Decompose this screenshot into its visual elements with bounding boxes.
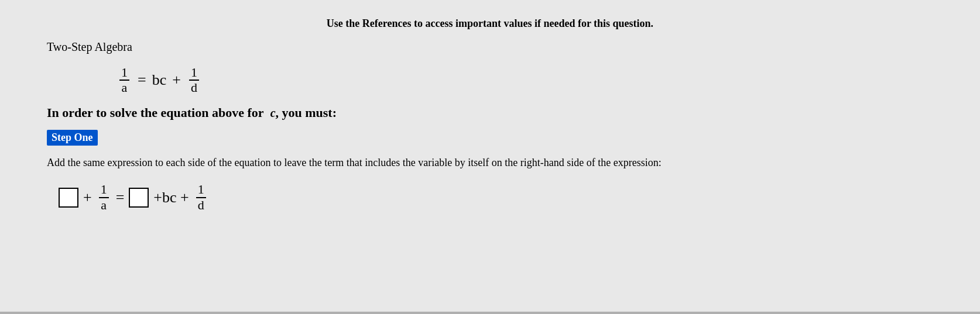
- rhs-bc: bc: [152, 71, 167, 89]
- page-container: Use the References to access important v…: [0, 0, 980, 314]
- equals-sign-2: =: [116, 189, 125, 206]
- plus-sign-1: +: [83, 189, 92, 206]
- top-instruction: Use the References to access important v…: [47, 12, 933, 30]
- bottom-line: [0, 312, 980, 314]
- step-one-badge: Step One: [47, 130, 98, 146]
- input-box-left[interactable]: [59, 188, 78, 208]
- main-equation: 1 a = bc + 1 d: [117, 65, 933, 95]
- box-fraction-right: 1 d: [196, 182, 206, 212]
- equals-sign: =: [138, 71, 146, 89]
- section-title: Two-Step Algebra: [47, 40, 933, 54]
- solve-instruction: In order to solve the equation above for…: [47, 105, 933, 120]
- box-equation: + 1 a = +bc + 1 d: [59, 182, 933, 212]
- rhs-fraction: 1 d: [189, 65, 199, 95]
- lhs-fraction: 1 a: [119, 65, 129, 95]
- input-box-right[interactable]: [129, 188, 149, 208]
- box-fraction-left: 1 a: [99, 182, 109, 212]
- rhs-bc-2: +bc +: [153, 189, 189, 206]
- variable-c: c: [270, 106, 276, 119]
- plus-sign: +: [172, 71, 181, 89]
- step-description: Add the same expression to each side of …: [47, 155, 866, 171]
